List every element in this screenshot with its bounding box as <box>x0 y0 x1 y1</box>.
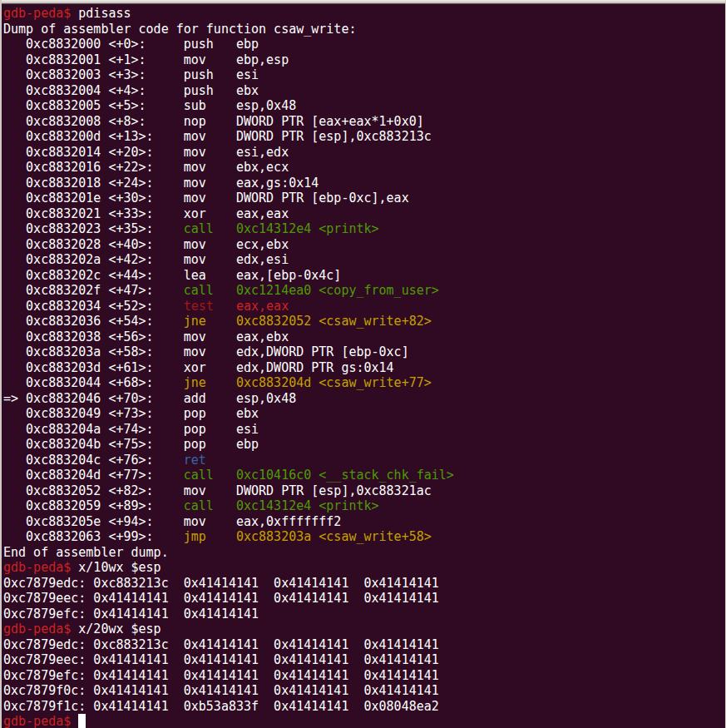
terminal-line: 0xc883202f <+47>: call 0xc1214ea0 <copy_… <box>3 283 725 299</box>
terminal-line: 0xc8832049 <+73>: pop ebx <box>3 406 725 422</box>
text-segment: Dump of assembler code for function csaw… <box>3 22 356 37</box>
text-segment: 0xc883204d <+77>: <box>3 468 184 483</box>
text-segment: 0xc883202f <+47>: <box>3 283 184 298</box>
terminal-line: 0xc7879f0c: 0x41414141 0x41414141 0x4141… <box>3 683 725 699</box>
terminal-line: 0xc883204b <+75>: pop ebp <box>3 437 725 453</box>
text-segment: 0xc883203d <+61>: xor edx,DWORD PTR gs:0… <box>3 360 394 375</box>
terminal-line: End of assembler dump. <box>3 545 725 561</box>
terminal-line: 0xc8832001 <+1>: mov ebp,esp <box>3 52 725 68</box>
terminal-line: 0xc8832016 <+22>: mov ebx,ecx <box>3 160 725 176</box>
text-segment: => 0xc8832046 <+70>: add esp,0x48 <box>3 391 296 406</box>
terminal-line: 0xc8832021 <+33>: xor eax,eax <box>3 206 725 222</box>
prompt-label: gdb-peda$ <box>3 714 71 728</box>
terminal-line: gdb-peda$ x/20wx $esp <box>3 622 725 637</box>
terminal-line: 0xc8832028 <+40>: mov ecx,ebx <box>3 237 725 253</box>
text-segment: 0xc7879efc: 0x41414141 0x41414141 <box>3 607 259 622</box>
text-segment: 0xc8832052 <+82>: mov DWORD PTR [esp],0x… <box>3 483 432 498</box>
text-segment: 0xc8832036 <+54>: <box>3 314 184 329</box>
text-segment: 0xc7879eec: 0x41414141 0x41414141 0x4141… <box>3 591 439 606</box>
terminal-line: gdb-peda$ x/10wx $esp <box>3 560 725 576</box>
text-segment: 0xc8832063 <+99>: <box>3 529 184 544</box>
terminal-line: 0xc8832052 <+82>: mov DWORD PTR [esp],0x… <box>3 483 725 499</box>
text-segment: 0xc8832059 <+89>: <box>3 498 184 513</box>
terminal-line: 0xc8832014 <+20>: mov esi,edx <box>3 145 725 161</box>
text-segment: test <box>184 299 236 314</box>
terminal-line: 0xc883200d <+13>: mov DWORD PTR [esp],0x… <box>3 129 725 145</box>
text-segment: 0xc883205e <+94>: mov eax,0xfffffff2 <box>3 514 341 529</box>
text-segment: jmp 0xc883203a <csaw_write+58> <box>184 529 432 544</box>
text-segment: 0xc8832008 <+8>: nop DWORD PTR [eax+eax*… <box>3 114 424 129</box>
text-segment: 0xc8832018 <+24>: mov eax,gs:0x14 <box>3 176 319 191</box>
text-segment: 0xc8832001 <+1>: mov ebp,esp <box>3 52 289 67</box>
terminal-line: 0xc7879edc: 0xc883213c 0x41414141 0x4141… <box>3 576 725 592</box>
terminal-line: 0xc7879efc: 0x41414141 0x41414141 <box>3 607 725 622</box>
terminal-line: 0xc8832036 <+54>: jne 0xc8832052 <csaw_w… <box>3 314 725 329</box>
terminal-line: 0xc7879efc: 0x41414141 0x41414141 0x4141… <box>3 668 725 684</box>
terminal-line: 0xc883202a <+42>: mov edx,esi <box>3 252 725 268</box>
text-segment: jne 0xc883204d <csaw_write+77> <box>184 375 432 390</box>
text-segment: 0xc7879f0c: 0x41414141 0x41414141 0x4141… <box>3 683 439 698</box>
terminal-line: 0xc8832004 <+4>: push ebx <box>3 83 725 99</box>
terminal-line: 0xc8832034 <+52>: test eax,eax <box>3 299 725 314</box>
terminal-line: 0xc7879f1c: 0x41414141 0xb53a833f 0x4141… <box>3 699 725 715</box>
text-segment: 0xc8832016 <+22>: mov ebx,ecx <box>3 160 289 175</box>
text-segment: 0xc8832049 <+73>: pop ebx <box>3 406 259 421</box>
terminal-line: 0xc8832038 <+56>: mov eax,ebx <box>3 329 725 345</box>
text-segment: pdisass <box>71 6 131 21</box>
terminal-line: 0xc883203a <+58>: mov edx,DWORD PTR [ebp… <box>3 344 725 360</box>
text-segment: 0xc8832034 <+52>: <box>3 299 184 314</box>
terminal-line: 0xc8832059 <+89>: call 0xc14312e4 <print… <box>3 498 725 514</box>
text-segment: 0xc883202c <+44>: lea eax,[ebp-0x4c] <box>3 268 341 283</box>
text-segment: 0xc8832021 <+33>: xor eax,eax <box>3 206 289 221</box>
text-segment: 0xc8832014 <+20>: mov esi,edx <box>3 145 289 160</box>
text-segment: x/10wx $esp <box>71 560 161 575</box>
text-segment: call 0xc10416c0 <__stack_chk_fail> <box>184 468 454 483</box>
text-segment: 0xc8832000 <+0>: push ebp <box>3 37 259 52</box>
text-segment: 0xc7879efc: 0x41414141 0x41414141 0x4141… <box>3 668 439 683</box>
terminal-line: gdb-peda$ pdisass <box>3 6 725 22</box>
text-segment: 0xc7879f1c: 0x41414141 0xb53a833f 0x4141… <box>3 699 439 714</box>
text-segment: End of assembler dump. <box>3 545 169 560</box>
text-segment: 0xc7879edc: 0xc883213c 0x41414141 0x4141… <box>3 576 439 591</box>
terminal-window: gdb-peda$ pdisassDump of assembler code … <box>0 0 726 728</box>
terminal-line: 0xc883204d <+77>: call 0xc10416c0 <__sta… <box>3 468 725 483</box>
text-segment: call 0xc14312e4 <printk> <box>184 221 379 236</box>
text-segment: 0xc8832038 <+56>: mov eax,ebx <box>3 329 289 344</box>
prompt-label: gdb-peda$ <box>3 6 71 21</box>
prompt-label: gdb-peda$ <box>3 560 71 575</box>
text-segment: 0xc7879edc: 0xc883213c 0x41414141 0x4141… <box>3 637 439 652</box>
terminal-line: 0xc8832018 <+24>: mov eax,gs:0x14 <box>3 176 725 191</box>
terminal-line: 0xc7879eec: 0x41414141 0x41414141 0x4141… <box>3 591 725 607</box>
terminal-output[interactable]: gdb-peda$ pdisassDump of assembler code … <box>2 4 725 728</box>
terminal-line: 0xc7879eec: 0x41414141 0x41414141 0x4141… <box>3 652 725 668</box>
terminal-line: Dump of assembler code for function csaw… <box>3 22 725 37</box>
text-segment: 0xc883203a <+58>: mov edx,DWORD PTR [ebp… <box>3 344 409 359</box>
terminal-line: 0xc883202c <+44>: lea eax,[ebp-0x4c] <box>3 268 725 284</box>
terminal-line: 0xc883201e <+30>: mov DWORD PTR [ebp-0xc… <box>3 191 725 206</box>
text-segment: 0xc7879eec: 0x41414141 0x41414141 0x4141… <box>3 652 439 667</box>
terminal-line: 0xc8832008 <+8>: nop DWORD PTR [eax+eax*… <box>3 114 725 130</box>
text-segment: 0xc883204c <+76>: <box>3 453 184 468</box>
text-segment: 0xc883204b <+75>: pop ebp <box>3 437 259 452</box>
text-segment: call 0xc14312e4 <printk> <box>184 498 379 513</box>
text-segment: call 0xc1214ea0 <copy_from_user> <box>184 283 439 298</box>
terminal-line: 0xc7879edc: 0xc883213c 0x41414141 0x4141… <box>3 637 725 653</box>
text-segment: eax,eax <box>236 299 289 314</box>
terminal-line: 0xc8832023 <+35>: call 0xc14312e4 <print… <box>3 221 725 237</box>
text-segment: x/20wx $esp <box>71 622 161 636</box>
text-segment: jne 0xc8832052 <csaw_write+82> <box>184 314 432 329</box>
text-segment: 0xc8832023 <+35>: <box>3 221 184 236</box>
text-segment: 0xc8832044 <+68>: <box>3 375 184 390</box>
terminal-line: 0xc8832000 <+0>: push ebp <box>3 37 725 52</box>
text-segment <box>71 714 78 728</box>
prompt-label: gdb-peda$ <box>3 622 71 636</box>
terminal-line: 0xc8832063 <+99>: jmp 0xc883203a <csaw_w… <box>3 529 725 545</box>
terminal-line: 0xc8832005 <+5>: sub esp,0x48 <box>3 98 725 114</box>
terminal-line: gdb-peda$ <box>3 714 725 728</box>
terminal-line: 0xc883203d <+61>: xor edx,DWORD PTR gs:0… <box>3 360 725 376</box>
terminal-line: 0xc8832003 <+3>: push esi <box>3 67 725 83</box>
text-segment: ret <box>184 453 206 468</box>
text-segment: 0xc883204a <+74>: pop esi <box>3 422 259 437</box>
terminal-cursor <box>78 714 86 728</box>
text-segment: 0xc883202a <+42>: mov edx,esi <box>3 252 289 267</box>
